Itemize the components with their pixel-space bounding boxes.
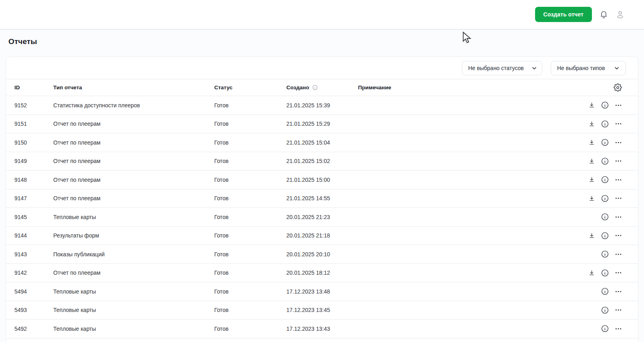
- status-filter-select[interactable]: Не выбрано статусов: [462, 61, 542, 75]
- table-row[interactable]: 9147 Отчет по плеерам Готов 21.01.2025 1…: [6, 189, 638, 208]
- report-created-date: 20.01.2025 18:12: [286, 270, 358, 276]
- type-filter-select[interactable]: Не выбрано типов: [551, 61, 626, 75]
- filters-bar: Не выбрано статусов Не выбрано типов: [6, 57, 638, 79]
- report-id: 9145: [14, 214, 53, 220]
- info-icon[interactable]: [601, 231, 609, 240]
- report-created-date: 17.12.2023 13:45: [286, 307, 358, 313]
- download-icon[interactable]: [588, 158, 595, 165]
- chevron-down-icon: [531, 65, 537, 71]
- info-icon[interactable]: [601, 213, 609, 221]
- report-type: Отчет по плеерам: [53, 121, 214, 127]
- download-icon[interactable]: [588, 102, 595, 109]
- created-info-icon[interactable]: [312, 84, 318, 91]
- report-created-date: 20.01.2025 20:10: [286, 251, 358, 258]
- table-row[interactable]: 9151 Отчет по плеерам Готов 21.01.2025 1…: [6, 115, 638, 134]
- report-status: Готов: [214, 251, 286, 258]
- report-status: Готов: [214, 288, 286, 295]
- report-status: Готов: [214, 214, 286, 220]
- report-id: 9149: [14, 158, 53, 164]
- report-type: Отчет по плеерам: [53, 195, 214, 201]
- report-created-date: 21.01.2025 15:02: [286, 158, 358, 164]
- more-actions-icon[interactable]: [615, 213, 622, 221]
- report-status: Готов: [214, 158, 286, 164]
- table-row[interactable]: 9148 Отчет по плеерам Готов 21.01.2025 1…: [6, 171, 638, 189]
- info-icon[interactable]: [601, 120, 609, 128]
- reports-page: Отчеты Не выбрано статусов Не выбрано ти…: [0, 30, 644, 342]
- column-header-note: Примечание: [358, 84, 578, 91]
- table-settings-gear-icon[interactable]: [614, 83, 622, 92]
- table-row[interactable]: 9152 Статистика доступности плееров Гото…: [6, 96, 638, 115]
- more-actions-icon[interactable]: [615, 176, 622, 183]
- report-type: Отчет по плеерам: [53, 177, 214, 183]
- info-icon[interactable]: [601, 287, 609, 296]
- more-actions-icon[interactable]: [615, 139, 622, 146]
- report-type: Статистика доступности плееров: [53, 102, 214, 109]
- type-filter-label: Не выбрано типов: [557, 65, 605, 71]
- table-row[interactable]: 5494 Тепловые карты Готов 17.12.2023 13:…: [6, 282, 638, 301]
- report-status: Готов: [214, 195, 286, 201]
- table-row[interactable]: 9149 Отчет по плеерам Готов 21.01.2025 1…: [6, 152, 638, 171]
- report-created-date: 17.12.2023 13:48: [286, 288, 358, 295]
- report-type: Тепловые карты: [53, 307, 214, 313]
- more-actions-icon[interactable]: [615, 120, 622, 127]
- info-icon[interactable]: [601, 138, 609, 147]
- more-actions-icon[interactable]: [615, 157, 622, 165]
- download-icon[interactable]: [588, 270, 595, 276]
- table-row[interactable]: 9144 Результаты форм Готов 20.01.2025 21…: [6, 227, 638, 245]
- table-row[interactable]: 5493 Тепловые карты Готов 17.12.2023 13:…: [6, 301, 638, 320]
- download-icon[interactable]: [588, 232, 595, 239]
- table-row[interactable]: 9150 Отчет по плеерам Готов 21.01.2025 1…: [6, 133, 638, 152]
- status-filter-label: Не выбрано статусов: [468, 65, 524, 71]
- report-id: 9148: [14, 177, 53, 183]
- report-status: Готов: [214, 307, 286, 313]
- notifications-bell-icon[interactable]: [599, 10, 608, 19]
- report-type: Показы публикаций: [53, 251, 214, 258]
- info-icon[interactable]: [601, 101, 609, 109]
- download-icon[interactable]: [588, 121, 595, 127]
- info-icon[interactable]: [601, 194, 609, 203]
- info-icon[interactable]: [601, 269, 609, 277]
- info-icon[interactable]: [601, 250, 609, 258]
- chevron-down-icon: [614, 65, 620, 71]
- report-type: Тепловые карты: [53, 326, 214, 332]
- report-status: Готов: [214, 139, 286, 146]
- more-actions-icon[interactable]: [615, 269, 622, 276]
- report-created-date: 20.01.2025 21:23: [286, 214, 358, 220]
- table-row[interactable]: 9143 Показы публикаций Готов 20.01.2025 …: [6, 245, 638, 264]
- table-row[interactable]: 5492 Тепловые карты Готов 17.12.2023 13:…: [6, 320, 638, 338]
- table-row[interactable]: 9145 Тепловые карты Готов 20.01.2025 21:…: [6, 208, 638, 227]
- info-icon[interactable]: [601, 157, 609, 165]
- report-status: Готов: [214, 270, 286, 276]
- more-actions-icon[interactable]: [615, 102, 622, 109]
- more-actions-icon[interactable]: [615, 288, 622, 295]
- topbar: Создать отчет: [0, 0, 644, 30]
- report-created-date: 21.01.2025 15:00: [286, 177, 358, 183]
- report-status: Готов: [214, 102, 286, 109]
- report-id: 9147: [14, 195, 53, 201]
- create-report-button[interactable]: Создать отчет: [535, 7, 592, 22]
- column-header-type: Тип отчета: [53, 84, 214, 91]
- info-icon[interactable]: [601, 175, 609, 184]
- more-actions-icon[interactable]: [615, 306, 622, 314]
- info-icon[interactable]: [601, 306, 609, 314]
- report-type: Тепловые карты: [53, 288, 214, 295]
- report-created-date: 21.01.2025 15:04: [286, 139, 358, 146]
- report-status: Готов: [214, 232, 286, 239]
- user-profile-icon[interactable]: [616, 10, 625, 19]
- more-actions-icon[interactable]: [615, 325, 622, 332]
- report-created-date: 20.01.2025 21:18: [286, 232, 358, 239]
- more-actions-icon[interactable]: [615, 251, 622, 258]
- report-created-date: 21.01.2025 15:29: [286, 121, 358, 127]
- more-actions-icon[interactable]: [615, 195, 622, 202]
- report-created-date: 17.12.2023 13:43: [286, 326, 358, 332]
- more-actions-icon[interactable]: [615, 232, 622, 239]
- report-id: 9142: [14, 270, 53, 276]
- download-icon[interactable]: [588, 139, 595, 146]
- report-created-date: 21.01.2025 15:39: [286, 102, 358, 109]
- download-icon[interactable]: [588, 176, 595, 183]
- report-type: Отчет по плеерам: [53, 139, 214, 146]
- download-icon[interactable]: [588, 195, 595, 202]
- info-icon[interactable]: [601, 324, 609, 333]
- column-header-status: Статус: [214, 84, 286, 91]
- table-row[interactable]: 9142 Отчет по плеерам Готов 20.01.2025 1…: [6, 264, 638, 283]
